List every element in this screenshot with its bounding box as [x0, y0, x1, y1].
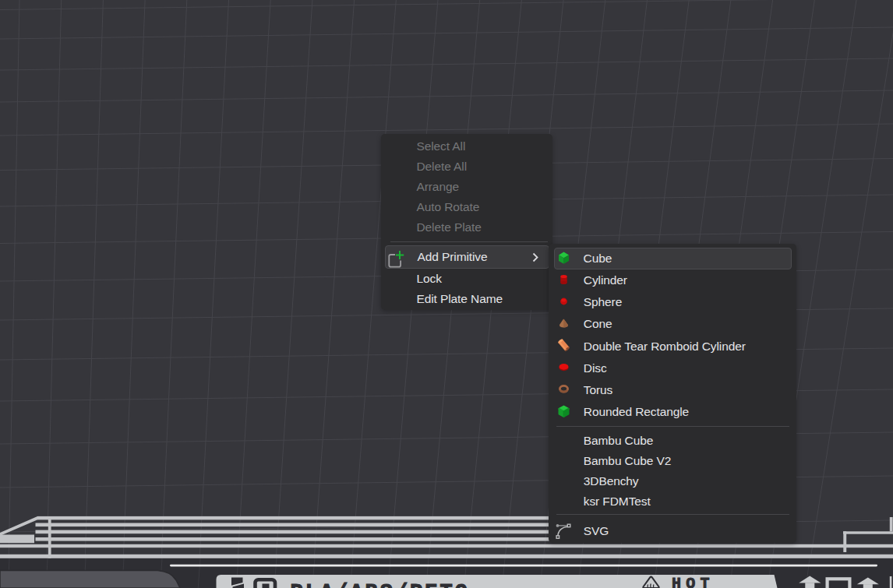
- svg-text:PLA/ABS/PETG: PLA/ABS/PETG: [291, 581, 470, 588]
- svg-text:HOT: HOT: [672, 575, 715, 588]
